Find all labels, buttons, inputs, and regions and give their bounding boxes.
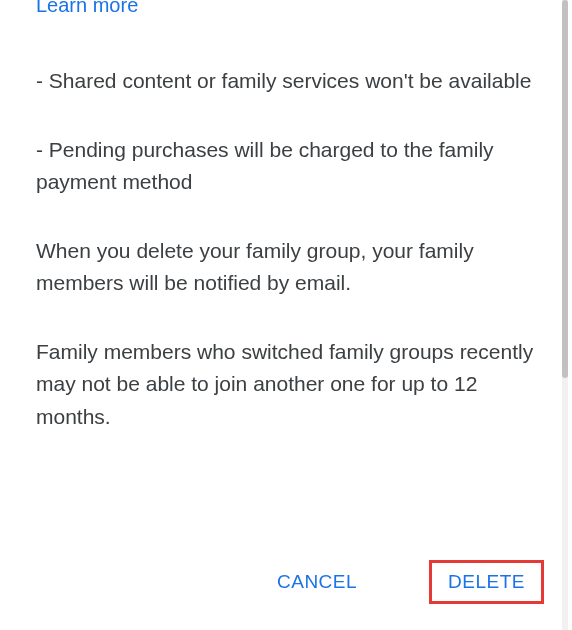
scrollbar-thumb[interactable]	[562, 0, 568, 378]
cancel-button[interactable]: CANCEL	[261, 561, 373, 603]
delete-button-highlight: DELETE	[429, 560, 544, 604]
vertical-scrollbar[interactable]	[562, 0, 568, 630]
bullet-shared-content: - Shared content or family services won'…	[36, 65, 536, 98]
bullet-pending-purchases: - Pending purchases will be charged to t…	[36, 134, 536, 199]
paragraph-notify: When you delete your family group, your …	[36, 235, 536, 300]
delete-family-dialog: Learn more - Shared content or family se…	[0, 0, 572, 624]
paragraph-switch-limit: Family members who switched family group…	[36, 336, 536, 434]
delete-button[interactable]: DELETE	[432, 563, 541, 601]
dialog-actions: CANCEL DELETE	[261, 560, 544, 604]
learn-more-link[interactable]: Learn more	[36, 0, 536, 17]
